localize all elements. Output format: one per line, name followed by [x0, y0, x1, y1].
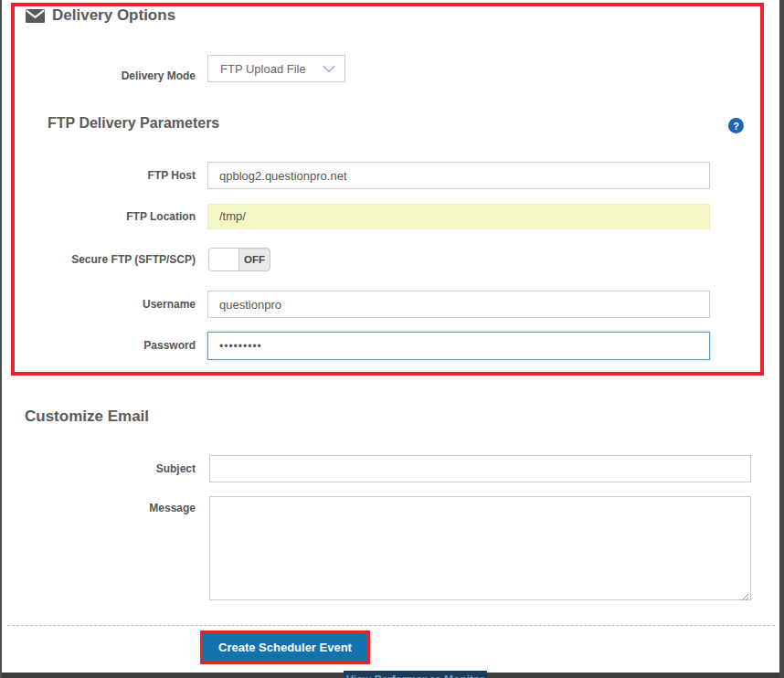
- delivery-mode-select[interactable]: FTP Upload File: [207, 55, 345, 82]
- username-label: Username: [0, 291, 196, 318]
- help-icon[interactable]: ?: [728, 118, 744, 133]
- message-label: Message: [0, 501, 196, 515]
- password-label: Password: [0, 332, 196, 360]
- toggle-knob: [209, 249, 239, 270]
- delivery-mode-label: Delivery Mode: [0, 62, 196, 90]
- resize-handle-icon[interactable]: [740, 588, 749, 598]
- subject-input[interactable]: [209, 455, 751, 482]
- subject-label: Subject: [0, 455, 196, 482]
- view-performance-monitor-button[interactable]: View Performance Monitor: [344, 671, 487, 678]
- ftp-location-label: FTP Location: [0, 204, 196, 229]
- password-input[interactable]: [207, 332, 710, 360]
- ftp-parameters-header: FTP Delivery Parameters: [48, 115, 219, 132]
- ftp-host-label: FTP Host: [0, 162, 196, 189]
- delivery-options-title: Delivery Options: [52, 6, 175, 25]
- create-scheduler-event-button[interactable]: Create Scheduler Event: [203, 633, 367, 662]
- secure-ftp-label: Secure FTP (SFTP/SCP): [0, 248, 196, 272]
- scheduler-form-page: Delivery Options Delivery Mode FTP Uploa…: [0, 0, 784, 678]
- annotation-highlight-create-button: Create Scheduler Event: [200, 630, 370, 664]
- ftp-location-input[interactable]: /tmp/: [207, 204, 710, 229]
- page-left-border: [0, 0, 2, 678]
- customize-email-header: Customize Email: [25, 408, 149, 426]
- secure-ftp-toggle-state: OFF: [239, 249, 270, 270]
- dashed-divider: [7, 625, 775, 626]
- secure-ftp-toggle[interactable]: OFF: [208, 248, 270, 271]
- annotation-highlight-delivery-options: [11, 3, 764, 376]
- delivery-options-header: Delivery Options: [26, 6, 175, 25]
- delivery-mode-selected-value: FTP Upload File: [220, 62, 306, 76]
- page-right-border: [779, 0, 784, 678]
- envelope-icon: [26, 9, 45, 23]
- message-textarea[interactable]: [209, 496, 751, 600]
- username-input[interactable]: [207, 291, 710, 318]
- chevron-down-icon: [323, 65, 335, 73]
- ftp-host-input[interactable]: [207, 162, 710, 189]
